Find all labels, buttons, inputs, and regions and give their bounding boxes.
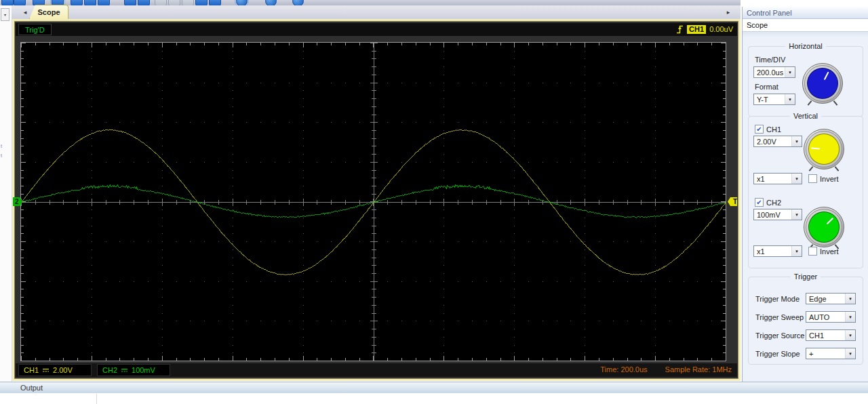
toolbar-button[interactable] (84, 0, 96, 5)
ch1-invert-checkbox[interactable]: Invert (808, 174, 839, 183)
trigger-mode-value: Edge (806, 295, 845, 303)
ch2-invert-checkbox[interactable]: Invert (808, 247, 839, 256)
format-label: Format (755, 83, 778, 91)
toolbar-button[interactable] (182, 0, 194, 5)
trigger-status-text: Trig'D (25, 26, 45, 34)
toolbar-button[interactable] (265, 0, 277, 5)
clipped-panel-text: t (1, 144, 2, 148)
dropdown-arrow-icon: ▼ (845, 330, 855, 340)
ch1-enable-checkbox[interactable]: ✔ CH1 (755, 125, 781, 134)
ch1-checkbox-label: CH1 (766, 125, 781, 134)
app-window: ▾ t t ◂ Scope ▸ Trig'D CH1 0.00uV (0, 0, 868, 404)
toolbar-button[interactable] (1, 0, 14, 5)
time-div-value: 200.0us (754, 68, 785, 77)
format-value: Y-T (754, 96, 785, 104)
trigger-level-marker[interactable]: T (728, 197, 739, 206)
output-panel-divider (96, 394, 97, 404)
collapsed-panel-handle[interactable]: ▾ (1, 8, 9, 21)
clipped-panel-text: t (1, 153, 2, 158)
vertical-group-title: Vertical (790, 112, 821, 120)
ch2-probe-select[interactable]: x1 ▼ (753, 245, 802, 257)
trigger-group: Trigger Trigger Mode Edge ▼ Trigger Swee… (748, 277, 863, 365)
ch2-position-knob[interactable] (804, 207, 844, 247)
trigger-mode-label: Trigger Mode (755, 295, 800, 303)
ch1-scale-select[interactable]: 2.00V ▼ (753, 136, 802, 147)
knob-foot (809, 166, 814, 171)
trigger-source-value: CH1 (806, 331, 845, 340)
control-panel-nav-scope[interactable]: Scope (743, 19, 868, 32)
ch2-invert-label: Invert (820, 247, 839, 256)
format-select[interactable]: Y-T ▼ (753, 94, 795, 105)
trigger-sweep-value: AUTO (806, 313, 845, 321)
toolbar-button[interactable] (124, 0, 136, 5)
toolbar-button[interactable] (71, 0, 83, 5)
control-panel-header: Control Panel (743, 7, 868, 19)
toolbar-button[interactable] (195, 0, 208, 5)
trigger-mode-select[interactable]: Edge ▼ (806, 293, 856, 304)
ch1-scale-readout: CH1 2.00V (18, 364, 92, 376)
vertical-group: Vertical ✔ CH1 2.00V ▼ x1 ▼ Invert (748, 116, 863, 268)
ch2-scale-select[interactable]: 100mV ▼ (753, 209, 802, 220)
ch2-scale-value: 100mV (132, 366, 155, 374)
toolbar-button[interactable] (14, 0, 26, 5)
toolbar-button[interactable] (33, 0, 45, 5)
ch1-probe-select[interactable]: x1 ▼ (753, 173, 802, 184)
tab-scroll-left-icon[interactable]: ◂ (21, 8, 29, 16)
tab-scope[interactable]: Scope (29, 5, 68, 19)
ch1-scale-value: 2.00V (53, 366, 73, 374)
trigger-level-value: 0.00uV (709, 25, 733, 33)
dc-coupling-icon (121, 368, 128, 373)
toolbar-button[interactable] (236, 0, 248, 5)
output-panel-header[interactable]: Output (0, 382, 868, 393)
dropdown-arrow-icon: ▼ (845, 312, 855, 322)
scope-display[interactable] (20, 42, 726, 361)
ch1-position-knob[interactable] (804, 129, 844, 169)
toolbar-button[interactable] (209, 0, 221, 5)
time-div-select[interactable]: 200.0us ▼ (753, 66, 795, 78)
knob-indicator (827, 218, 834, 225)
scope-canvas[interactable] (21, 43, 726, 361)
horizontal-group-title: Horizontal (785, 42, 826, 50)
check-icon: ✔ (756, 126, 762, 133)
toolbar-button[interactable] (52, 0, 64, 5)
ch1-scale-select-value: 2.00V (754, 138, 791, 146)
ch2-marker-label: 2 (15, 197, 19, 206)
toolbar-button[interactable] (155, 0, 167, 5)
time-div-label: Time/DIV (755, 56, 785, 64)
trigger-slope-label: Trigger Slope (755, 350, 800, 358)
check-icon: ✔ (756, 199, 762, 206)
knob-indicator (824, 72, 829, 80)
control-panel-nav-label: Scope (747, 21, 768, 29)
trigger-source-select[interactable]: CH1 ▼ (806, 329, 856, 341)
control-panel-band (743, 32, 868, 38)
rising-edge-icon (676, 24, 684, 34)
trigger-status: Trig'D (18, 24, 52, 35)
toolbar-button[interactable] (138, 0, 150, 5)
dc-coupling-icon (42, 368, 50, 373)
timebase-readout: Time: 200.0us Sample Rate: 1MHz (600, 364, 732, 375)
horizontal-group: Horizontal Time/DIV 200.0us ▼ Format Y-T… (748, 46, 863, 117)
trigger-channel-badge: CH1 (687, 25, 706, 34)
dropdown-arrow-icon: ▼ (845, 294, 855, 304)
control-panel-title: Control Panel (747, 9, 792, 17)
control-panel: Control Panel Scope Horizontal Time/DIV … (742, 7, 868, 382)
tab-scroll-right-icon[interactable]: ▸ (724, 8, 732, 16)
toolbar-button[interactable] (168, 0, 180, 5)
toolbar-button[interactable] (292, 0, 304, 5)
ch1-probe-value: x1 (754, 175, 791, 183)
trigger-sweep-select[interactable]: AUTO ▼ (806, 311, 856, 323)
trigger-slope-select[interactable]: + ▼ (806, 348, 856, 359)
tab-bar: ◂ Scope ▸ (12, 5, 741, 19)
tab-label: Scope (37, 8, 60, 16)
horizontal-position-knob[interactable] (802, 63, 843, 104)
knob-foot (808, 100, 812, 105)
toolbar-button[interactable] (98, 0, 110, 5)
knob-foot (833, 100, 838, 105)
ch1-invert-label: Invert (820, 175, 839, 183)
time-per-div-text: Time: 200.0us (600, 365, 647, 373)
dropdown-arrow-icon: ▼ (791, 246, 802, 256)
dropdown-arrow-icon: ▼ (791, 209, 802, 220)
dropdown-arrow-icon: ▼ (785, 94, 795, 104)
ch2-enable-checkbox[interactable]: ✔ CH2 (755, 198, 781, 207)
ch2-probe-value: x1 (754, 247, 791, 256)
